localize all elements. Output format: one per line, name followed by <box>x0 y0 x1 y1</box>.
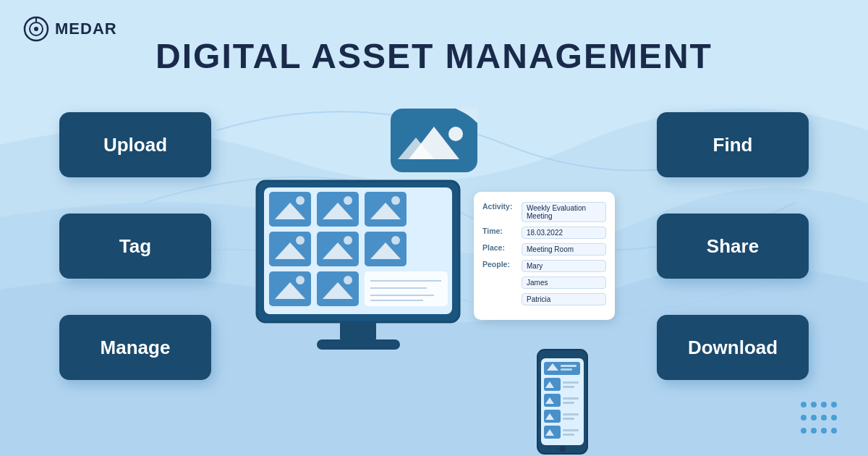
svg-point-8 <box>448 127 463 141</box>
svg-rect-61 <box>544 426 561 439</box>
svg-rect-40 <box>340 322 376 340</box>
svg-point-34 <box>344 276 352 284</box>
svg-point-22 <box>296 236 305 245</box>
tag-button[interactable]: Tag <box>59 214 211 279</box>
monitor-illustration <box>253 177 477 387</box>
info-card: Activity: Weekly Evaluation Meeting Time… <box>474 192 615 320</box>
svg-rect-60 <box>563 418 574 420</box>
svg-rect-59 <box>563 413 579 415</box>
manage-button[interactable]: Manage <box>59 315 211 380</box>
center-illustration: Activity: Weekly Evaluation Meeting Time… <box>239 101 629 420</box>
svg-rect-48 <box>561 368 572 371</box>
svg-point-19 <box>391 196 400 205</box>
svg-rect-51 <box>563 381 579 384</box>
download-button[interactable]: Download <box>657 315 809 380</box>
svg-rect-52 <box>563 386 574 388</box>
svg-rect-63 <box>563 429 579 431</box>
dot-grid-decoration <box>799 400 839 436</box>
svg-rect-56 <box>563 402 574 404</box>
svg-point-13 <box>296 196 305 205</box>
share-button[interactable]: Share <box>657 214 809 279</box>
svg-rect-47 <box>561 365 576 367</box>
svg-rect-49 <box>544 378 561 391</box>
person-james-row: James <box>482 276 606 289</box>
person-patricia-row: Patricia <box>482 293 606 305</box>
svg-point-44 <box>560 446 566 452</box>
svg-rect-55 <box>563 397 579 400</box>
svg-rect-64 <box>563 434 574 436</box>
svg-rect-41 <box>317 339 400 350</box>
page-title: DIGITAL ASSET MANAGEMENT <box>0 36 868 76</box>
mobile-illustration <box>535 347 590 456</box>
activity-row: Activity: Weekly Evaluation Meeting <box>482 202 606 222</box>
upload-button[interactable]: Upload <box>59 112 211 177</box>
svg-point-3 <box>34 27 38 31</box>
svg-rect-53 <box>544 394 561 407</box>
people-row: People: Mary <box>482 260 606 272</box>
svg-point-28 <box>391 236 400 245</box>
svg-point-16 <box>344 196 352 205</box>
find-button[interactable]: Find <box>657 112 809 177</box>
time-row: Time: 18.03.2022 <box>482 227 606 239</box>
svg-rect-57 <box>544 410 561 423</box>
photo-icon <box>387 101 481 177</box>
svg-point-31 <box>296 276 305 284</box>
place-row: Place: Meeting Room <box>482 243 606 256</box>
svg-point-25 <box>344 236 352 245</box>
